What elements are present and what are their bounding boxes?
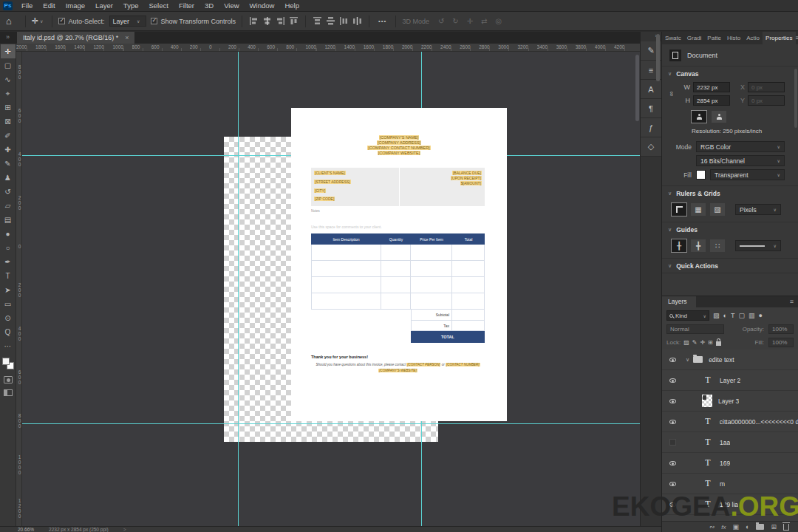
close-icon[interactable]: × bbox=[125, 34, 129, 41]
zoom-level[interactable]: 20.66% bbox=[18, 527, 34, 532]
opacity-input[interactable]: 100% bbox=[768, 324, 794, 334]
menu-item[interactable]: Layer bbox=[90, 1, 118, 10]
layer-filter-kind-dropdown[interactable]: Kind ∨ bbox=[666, 310, 709, 321]
panel-tab[interactable]: Patte bbox=[704, 32, 724, 44]
fill-color-swatch[interactable] bbox=[696, 170, 706, 180]
filter-smart-object-icon[interactable]: ▥ bbox=[748, 312, 755, 319]
rulers-grids-section-header[interactable]: ∨ Rulers & Grids bbox=[662, 185, 798, 200]
blend-mode-dropdown[interactable]: Normal bbox=[666, 324, 724, 334]
height-input[interactable]: 2854 px bbox=[693, 95, 730, 106]
menu-item[interactable]: Type bbox=[118, 1, 144, 10]
roll-3d-icon[interactable]: ↻ bbox=[452, 17, 458, 25]
link-layers-icon[interactable]: ∾ bbox=[709, 523, 715, 531]
layer-row[interactable]: ∨ T edite text bbox=[662, 349, 798, 370]
tool-move[interactable]: ✛ bbox=[1, 44, 16, 58]
lock-pixels-icon[interactable]: ✎ bbox=[692, 339, 698, 346]
tool-rotate-view[interactable]: ⊙ bbox=[1, 311, 16, 325]
guide-vertical[interactable] bbox=[238, 52, 239, 526]
status-chevron-icon[interactable]: > bbox=[123, 527, 126, 532]
tool-object-selection[interactable]: ⌖ bbox=[1, 86, 16, 100]
character-panel-icon[interactable]: A bbox=[641, 80, 661, 99]
glyphs-panel-icon[interactable]: ƒ bbox=[641, 118, 661, 137]
orbit-3d-icon[interactable]: ↺ bbox=[438, 17, 444, 25]
tool-shape[interactable]: ▭ bbox=[1, 297, 16, 311]
tool-type[interactable]: T bbox=[1, 269, 16, 283]
menu-item[interactable]: Window bbox=[245, 1, 280, 10]
vertical-ruler[interactable]: 800600400200020040060080010001200 bbox=[16, 52, 22, 526]
layer-name[interactable]: 1aa bbox=[720, 439, 730, 446]
layers-tab[interactable]: Layers bbox=[662, 296, 696, 307]
tool-pen[interactable]: ✒ bbox=[1, 255, 16, 269]
document-tab[interactable]: Italy id.psd @ 20.7% (RGB/16) * × bbox=[17, 32, 134, 44]
filter-type-icon[interactable]: T bbox=[731, 312, 735, 319]
slide-3d-icon[interactable]: ⇄ bbox=[481, 17, 487, 25]
portrait-orientation-button[interactable] bbox=[692, 111, 706, 123]
tool-history-brush[interactable]: ↺ bbox=[1, 185, 16, 199]
toggle-pixel-grid-button[interactable]: ▨ bbox=[710, 203, 725, 216]
quick-actions-section-header[interactable]: ∨ Quick Actions bbox=[662, 258, 798, 273]
link-dimensions-icon[interactable]: ∞ bbox=[668, 92, 675, 96]
y-input[interactable]: 0 px bbox=[748, 95, 785, 106]
tool-brush[interactable]: ✎ bbox=[1, 157, 16, 171]
tool-more[interactable]: ⋯ bbox=[1, 339, 16, 353]
more-options-icon[interactable]: ••• bbox=[378, 18, 386, 24]
adjustment-layer-icon[interactable]: ◐ bbox=[746, 523, 749, 531]
layer-name[interactable]: edite text bbox=[709, 356, 734, 364]
align-top-icon[interactable] bbox=[290, 17, 298, 25]
tool-zoom[interactable]: Q bbox=[1, 325, 16, 339]
panel-tab[interactable]: Histo bbox=[724, 32, 743, 44]
tool-gradient[interactable]: ▤ bbox=[1, 213, 16, 227]
visibility-toggle[interactable] bbox=[666, 461, 678, 466]
distribute-horizontal-center-icon[interactable] bbox=[353, 17, 361, 25]
show-transform-checkbox[interactable] bbox=[151, 18, 157, 24]
landscape-orientation-button[interactable] bbox=[712, 111, 726, 123]
horizontal-ruler[interactable]: 2000180016001400120010008006004002000200… bbox=[16, 44, 640, 52]
distribute-horizontal-left-icon[interactable] bbox=[340, 17, 348, 25]
menu-item[interactable]: 3D bbox=[200, 1, 219, 10]
3d-panel-icon[interactable]: ◇ bbox=[641, 137, 661, 157]
auto-select-target-dropdown[interactable]: Layer ∨ bbox=[109, 16, 147, 27]
camera-3d-icon[interactable]: ◎ bbox=[495, 17, 502, 25]
paragraph-panel-icon[interactable]: ¶ bbox=[641, 99, 661, 118]
foreground-color-swatch[interactable] bbox=[2, 358, 10, 365]
menu-item[interactable]: Filter bbox=[174, 1, 200, 10]
layers-scrollbar[interactable] bbox=[656, 34, 660, 81]
panel-tab[interactable]: Gradi bbox=[684, 32, 705, 44]
menu-item[interactable]: Help bbox=[279, 1, 304, 10]
toggle-grid-button[interactable]: ▦ bbox=[691, 203, 706, 216]
lock-position-icon[interactable]: ✛ bbox=[700, 339, 705, 346]
filter-shape-icon[interactable]: ▢ bbox=[738, 312, 745, 319]
layer-row[interactable]: ∨ T citta0000000...<<<<<<<<0 d bbox=[662, 412, 798, 432]
fill-dropdown[interactable]: Transparent ∨ bbox=[710, 169, 785, 180]
pan-3d-icon[interactable]: ✛ bbox=[467, 17, 473, 25]
tool-frame[interactable]: ⊠ bbox=[1, 115, 16, 129]
menu-item[interactable]: View bbox=[219, 1, 244, 10]
visibility-toggle[interactable] bbox=[666, 439, 678, 446]
delete-layer-icon[interactable] bbox=[783, 524, 789, 531]
visibility-toggle[interactable] bbox=[666, 358, 678, 362]
width-input[interactable]: 2232 px bbox=[693, 82, 730, 92]
tool-eyedropper[interactable]: ✐ bbox=[1, 129, 16, 143]
collapse-panels-icon[interactable]: » bbox=[0, 32, 17, 44]
visibility-toggle[interactable] bbox=[666, 420, 678, 424]
visibility-toggle[interactable] bbox=[666, 378, 678, 383]
layer-name[interactable]: citta0000000...<<<<<<<<0 d bbox=[720, 418, 798, 426]
lock-artboard-icon[interactable]: ⊞ bbox=[708, 339, 713, 346]
layer-effects-icon[interactable]: fx bbox=[721, 524, 726, 531]
lock-guides-button[interactable]: ╋ bbox=[691, 239, 706, 252]
panel-tab[interactable]: Properties bbox=[763, 32, 795, 44]
align-left-icon[interactable] bbox=[250, 17, 258, 25]
layer-name[interactable]: 169 bbox=[720, 460, 730, 467]
canvas-pasteboard[interactable]: [COMPANY'S NAME][COMPANY ADDRESS][COMPAN… bbox=[22, 52, 640, 526]
layer-row[interactable]: ∨ T Layer 2 bbox=[662, 370, 798, 391]
menu-item[interactable]: Select bbox=[143, 1, 173, 10]
tool-clone-stamp[interactable]: ♟ bbox=[1, 171, 16, 185]
bit-depth-dropdown[interactable]: 16 Bits/Channel ∨ bbox=[696, 155, 785, 166]
foreground-background-swatches[interactable] bbox=[2, 358, 14, 369]
home-icon[interactable]: ⌂ bbox=[6, 16, 12, 27]
tool-eraser[interactable]: ▱ bbox=[1, 199, 16, 213]
layer-row[interactable]: ∨ T 169 bbox=[662, 453, 798, 474]
layer-row[interactable]: ∨ T Layer 3 bbox=[662, 391, 798, 412]
panel-tab[interactable]: Actio bbox=[743, 32, 763, 44]
distribute-vertical-top-icon[interactable] bbox=[313, 17, 321, 25]
